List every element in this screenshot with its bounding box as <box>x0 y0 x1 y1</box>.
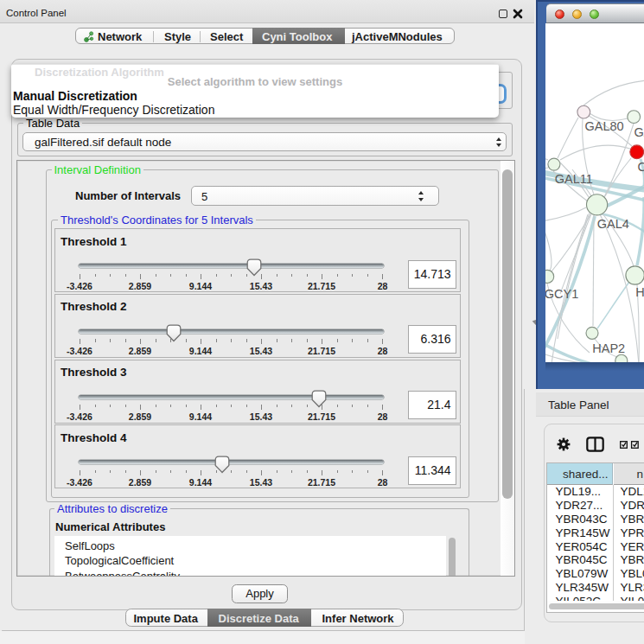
svg-text:HAP2: HAP2 <box>592 341 625 355</box>
svg-text:GAL80: GAL80 <box>585 119 624 133</box>
svg-text:H: H <box>635 285 644 299</box>
svg-text:GA: GA <box>634 125 644 139</box>
svg-text:C: C <box>638 160 644 174</box>
svg-text:GAL11: GAL11 <box>555 172 593 186</box>
svg-text:GAL4: GAL4 <box>597 217 629 231</box>
svg-text:GCY1: GCY1 <box>545 287 578 301</box>
